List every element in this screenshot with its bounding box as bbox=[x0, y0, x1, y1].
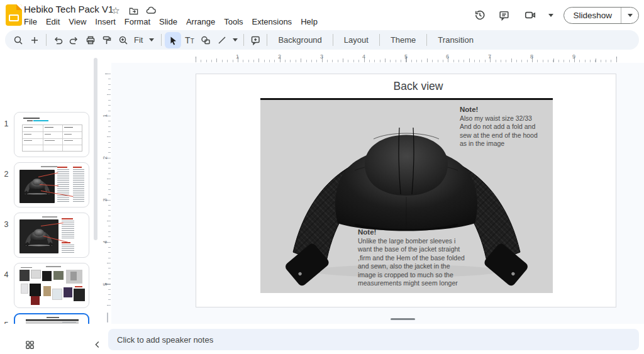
panel-divider-grip bbox=[107, 313, 108, 323]
grid-view-icon bbox=[25, 340, 35, 350]
note-line: image is cropped to much so the bbox=[358, 271, 474, 280]
slideshow-divider bbox=[621, 7, 621, 24]
meet-dropdown-caret[interactable] bbox=[548, 14, 553, 17]
ruler-mark: 4 bbox=[102, 240, 108, 243]
printer-icon bbox=[85, 35, 96, 46]
print-button[interactable] bbox=[82, 32, 99, 48]
star-icon[interactable]: ☆ bbox=[110, 5, 121, 16]
toolbar-divider bbox=[46, 34, 47, 46]
ruler-mark: 1 bbox=[236, 53, 239, 60]
select-tool-button[interactable] bbox=[165, 32, 181, 48]
version-history-button[interactable] bbox=[472, 7, 488, 23]
menu-extensions[interactable]: Extensions bbox=[248, 16, 297, 28]
jacket-image[interactable]: Note! Also my waist size 32/33 And do no… bbox=[260, 98, 553, 293]
video-camera-icon bbox=[524, 9, 536, 21]
speaker-notes-panel[interactable]: Click to add speaker notes bbox=[108, 329, 639, 350]
menu-arrange[interactable]: Arrange bbox=[182, 16, 219, 28]
menu-bar: File Edit View Insert Format Slide Arran… bbox=[19, 16, 322, 28]
ruler-mark: 4 bbox=[362, 53, 365, 60]
zoom-caret bbox=[149, 38, 154, 41]
plus-icon bbox=[29, 35, 40, 46]
zoom-button[interactable] bbox=[115, 32, 131, 48]
menu-file[interactable]: File bbox=[19, 16, 42, 28]
slide-thumbnail-4[interactable] bbox=[14, 263, 89, 308]
toolbar-divider bbox=[333, 34, 333, 46]
thumbnail-number-3: 3 bbox=[0, 220, 13, 229]
slide-canvas[interactable]: Back view Note! Also my waist size 32/33… bbox=[111, 63, 644, 324]
comments-button[interactable] bbox=[496, 7, 512, 23]
line-tool-button[interactable] bbox=[214, 32, 230, 48]
notes-resize-handle[interactable] bbox=[391, 318, 415, 320]
meet-button[interactable] bbox=[519, 7, 541, 23]
ruler-mark: 7 bbox=[488, 53, 491, 60]
redo-icon bbox=[69, 35, 80, 46]
slide-thumbnail-1[interactable] bbox=[14, 112, 89, 157]
note-line: want the base of the jacket straight bbox=[358, 245, 474, 254]
search-menus-button[interactable] bbox=[10, 32, 26, 48]
zoom-select[interactable]: Fit bbox=[131, 35, 158, 45]
cloud-status-icon[interactable] bbox=[145, 5, 157, 16]
transition-button[interactable]: Transition bbox=[430, 35, 481, 45]
filmstrip-scrollbar[interactable] bbox=[94, 58, 97, 240]
menu-view[interactable]: View bbox=[64, 16, 91, 28]
layout-button[interactable]: Layout bbox=[336, 35, 376, 45]
slideshow-label: Slideshow bbox=[564, 11, 621, 20]
menu-insert[interactable]: Insert bbox=[91, 16, 120, 28]
filmstrip: 1 2 bbox=[0, 50, 103, 324]
background-button[interactable]: Background bbox=[270, 35, 329, 45]
slideshow-caret-icon bbox=[628, 14, 633, 17]
speaker-notes-placeholder: Click to add speaker notes bbox=[117, 335, 213, 345]
line-tool-caret[interactable] bbox=[233, 38, 238, 41]
shapes-tool-button[interactable] bbox=[197, 32, 214, 48]
note-heading: Note! bbox=[358, 228, 474, 237]
slide-thumbnail-3[interactable] bbox=[14, 213, 89, 258]
note-line: Unlike the large bomber sleeves i bbox=[358, 237, 474, 246]
thumbnail-number-2: 2 bbox=[0, 170, 13, 179]
add-comment-icon bbox=[250, 35, 261, 46]
paint-format-button[interactable] bbox=[99, 32, 115, 48]
ruler-mark: 5 bbox=[102, 282, 108, 285]
note-line: sew at the end of the hood bbox=[460, 131, 551, 140]
document-title[interactable]: Hebiko Tech Pack V1 bbox=[24, 4, 113, 14]
slide-title-textbox[interactable]: Back view bbox=[230, 80, 607, 93]
thumbnail-number-4: 4 bbox=[0, 270, 13, 279]
ruler-mark: 2 bbox=[278, 53, 281, 60]
app-header: Hebiko Tech Pack V1 ☆ File Edit View Ins… bbox=[0, 0, 644, 30]
note-line: ,firm and the Hem of the base folded bbox=[358, 254, 474, 263]
menu-slide[interactable]: Slide bbox=[155, 16, 182, 28]
slide-thumbnail-2[interactable] bbox=[14, 162, 89, 207]
grid-view-button[interactable] bbox=[23, 338, 36, 351]
menu-tools[interactable]: Tools bbox=[219, 16, 247, 28]
toolbar-divider bbox=[267, 34, 267, 46]
toolbar-divider bbox=[243, 34, 244, 46]
slide-page[interactable]: Back view Note! Also my waist size 32/33… bbox=[196, 74, 616, 307]
ruler-mark: 3 bbox=[320, 53, 323, 60]
insert-comment-button[interactable] bbox=[247, 32, 264, 48]
slide-thumbnail-5[interactable] bbox=[14, 313, 89, 324]
history-icon bbox=[474, 9, 486, 21]
collapse-filmstrip-button[interactable] bbox=[91, 338, 104, 351]
slideshow-dropdown[interactable] bbox=[621, 14, 638, 17]
redo-button[interactable] bbox=[66, 32, 82, 48]
new-slide-button[interactable] bbox=[26, 32, 43, 48]
note-line: and sewn, also the jacket in the bbox=[358, 262, 474, 271]
search-icon bbox=[13, 35, 24, 46]
note-textbox-bottom[interactable]: Note! Unlike the large bomber sleeves i … bbox=[358, 228, 474, 288]
toolbar-divider bbox=[161, 34, 162, 46]
ruler-mark: 2 bbox=[102, 156, 108, 159]
menu-edit[interactable]: Edit bbox=[42, 16, 64, 28]
move-to-folder-icon[interactable] bbox=[128, 5, 139, 16]
menu-format[interactable]: Format bbox=[120, 16, 155, 28]
horizontal-ruler: 1 2 3 4 5 6 7 8 9 bbox=[103, 52, 644, 63]
shapes-icon bbox=[200, 35, 211, 46]
zoom-in-icon bbox=[118, 35, 129, 46]
menu-help[interactable]: Help bbox=[296, 16, 322, 28]
chevron-left-icon bbox=[92, 340, 103, 350]
undo-button[interactable] bbox=[50, 32, 66, 48]
horizontal-ruler-ticks bbox=[196, 60, 617, 62]
theme-button[interactable]: Theme bbox=[383, 35, 423, 45]
note-textbox-top[interactable]: Note! Also my waist size 32/33 And do no… bbox=[460, 106, 551, 148]
slideshow-button[interactable]: Slideshow bbox=[564, 7, 639, 24]
note-line: measurements might seem longer bbox=[358, 279, 474, 288]
text-box-tool-button[interactable]: TT bbox=[181, 32, 197, 48]
